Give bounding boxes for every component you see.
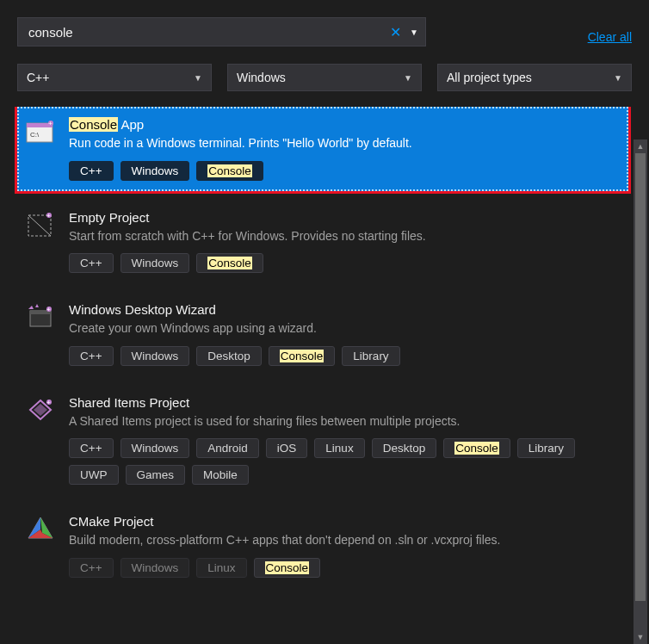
tag: Windows <box>121 438 190 458</box>
template-description: Create your own Windows app using a wiza… <box>69 320 621 337</box>
template-item[interactable]: +Windows Desktop WizardCreate your own W… <box>17 292 628 376</box>
template-title: CMake Project <box>69 514 621 529</box>
scroll-thumb[interactable] <box>635 153 646 601</box>
tag: Console <box>443 438 510 458</box>
template-description: Start from scratch with C++ for Windows.… <box>69 228 621 245</box>
clear-search-icon[interactable]: ✕ <box>385 24 406 40</box>
template-tags: C++WindowsAndroidiOSLinuxDesktopConsoleL… <box>69 438 621 485</box>
template-title: Empty Project <box>69 210 621 225</box>
language-filter-label: C++ <box>27 71 49 84</box>
svg-text:+: + <box>46 212 51 220</box>
chevron-down-icon: ▼ <box>404 73 412 83</box>
tag: C++ <box>69 253 114 273</box>
tag: Mobile <box>192 465 249 485</box>
tag: Console <box>196 253 263 273</box>
tag: Windows <box>121 558 190 578</box>
tag: Windows <box>121 253 190 273</box>
template-description: Run code in a Windows terminal. Prints "… <box>69 135 621 152</box>
template-item[interactable]: +Empty ProjectStart from scratch with C+… <box>17 200 628 284</box>
template-item[interactable]: +Shared Items ProjectA Shared Items proj… <box>17 385 628 496</box>
template-item[interactable]: C:\+Console AppRun code in a Windows ter… <box>17 107 628 191</box>
tag: C++ <box>69 346 114 366</box>
tag: Linux <box>314 438 364 458</box>
template-tags: C++WindowsConsole <box>69 161 621 181</box>
template-title: Console App <box>69 117 621 132</box>
template-item[interactable]: CMake ProjectBuild modern, cross-platfor… <box>17 504 628 588</box>
wizard-template-icon: + <box>24 300 57 333</box>
tag: Linux <box>196 558 246 578</box>
scroll-down-button[interactable]: ▼ <box>634 630 647 644</box>
project-type-filter[interactable]: All project types ▼ <box>437 64 632 91</box>
highlight: Console <box>69 117 118 132</box>
empty-template-icon: + <box>24 208 57 241</box>
template-tags: C++WindowsLinuxConsole <box>69 558 621 578</box>
svg-text:+: + <box>46 399 51 406</box>
svg-text:+: + <box>48 120 53 127</box>
chevron-down-icon: ▼ <box>194 73 202 83</box>
search-input[interactable]: console ✕ ▼ <box>17 17 426 46</box>
clear-all-link[interactable]: Clear all <box>588 30 632 44</box>
tag: Console <box>196 161 263 181</box>
tag: iOS <box>266 438 308 458</box>
platform-filter-label: Windows <box>237 71 286 84</box>
tag: C++ <box>69 438 114 458</box>
tag: Console <box>254 558 321 578</box>
template-title: Windows Desktop Wizard <box>69 302 621 317</box>
platform-filter[interactable]: Windows ▼ <box>227 64 422 91</box>
template-description: Build modern, cross-platform C++ apps th… <box>69 532 621 549</box>
console-template-icon: C:\+ <box>24 115 57 148</box>
template-description: A Shared Items project is used for shari… <box>69 413 621 430</box>
search-value: console <box>28 25 385 40</box>
template-tags: C++WindowsConsole <box>69 253 621 273</box>
tag: Windows <box>121 161 190 181</box>
shared-template-icon: + <box>24 393 57 426</box>
tag: Android <box>196 438 259 458</box>
tag: Games <box>126 465 186 485</box>
tag: Desktop <box>372 438 437 458</box>
tag: Windows <box>121 346 190 366</box>
language-filter[interactable]: C++ ▼ <box>17 64 212 91</box>
project-type-filter-label: All project types <box>447 71 532 84</box>
tag: C++ <box>69 161 114 181</box>
cmake-template-icon <box>24 512 57 545</box>
template-title: Shared Items Project <box>69 395 621 410</box>
tag: Library <box>342 346 399 366</box>
chevron-down-icon[interactable]: ▼ <box>406 28 418 37</box>
svg-text:+: + <box>46 306 51 313</box>
template-list: C:\+Console AppRun code in a Windows ter… <box>0 107 649 615</box>
svg-text:C:\: C:\ <box>30 131 40 139</box>
template-tags: C++WindowsDesktopConsoleLibrary <box>69 346 621 366</box>
tag: Console <box>269 346 336 366</box>
scroll-up-button[interactable]: ▲ <box>634 139 647 153</box>
tag: Library <box>517 438 575 458</box>
tag: UWP <box>69 465 119 485</box>
scrollbar[interactable]: ▲ ▼ <box>634 139 647 644</box>
tag: Desktop <box>196 346 262 366</box>
chevron-down-icon: ▼ <box>614 73 622 83</box>
tag: C++ <box>69 558 114 578</box>
